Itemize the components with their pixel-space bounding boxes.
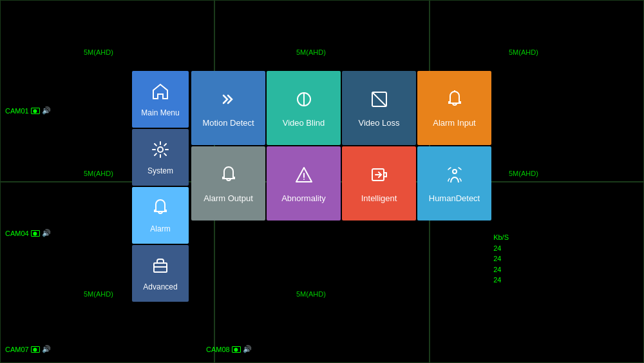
svg-point-9	[303, 179, 305, 180]
sidebar: Main Menu System Alarm	[132, 71, 189, 302]
gear-icon	[150, 139, 171, 162]
resolution-mid1: 5M(AHD)	[84, 170, 113, 177]
video-blind-label: Video Blind	[283, 118, 325, 128]
cam07-record-icon: ⬤	[31, 346, 40, 353]
home-icon	[150, 81, 171, 104]
menu-intelligent[interactable]: Intelligent	[342, 146, 416, 221]
svg-point-0	[158, 147, 163, 152]
video-loss-icon	[369, 89, 390, 113]
kbs-label: Kb/S	[493, 232, 509, 243]
cam08-label: CAM08 ⬤ 🔊	[206, 345, 252, 353]
cam01-audio-icon: 🔊	[42, 106, 51, 115]
kbs-val3: 24	[493, 264, 509, 275]
menu-motion-detect[interactable]: Motion Detect	[191, 71, 265, 145]
video-blind-icon	[294, 89, 314, 113]
cam08-audio-icon: 🔊	[243, 345, 252, 353]
human-detect-icon	[444, 164, 465, 188]
cam04-audio-icon: 🔊	[42, 229, 51, 237]
video-loss-label: Video Loss	[358, 118, 399, 128]
human-detect-label: HumanDetect	[429, 193, 480, 203]
kbs-val1: 24	[493, 243, 509, 254]
svg-point-12	[453, 170, 457, 173]
bell-icon	[150, 197, 171, 221]
alarm-output-icon	[218, 164, 239, 188]
alarm-output-label: Alarm Output	[204, 193, 253, 203]
resolution-bot1: 5M(AHD)	[84, 290, 113, 298]
system-label: System	[147, 166, 173, 175]
menu-video-blind[interactable]: Video Blind	[267, 71, 341, 145]
kbs-panel: Kb/S 24 24 24 24	[493, 232, 509, 286]
sidebar-alarm[interactable]: Alarm	[132, 187, 189, 244]
main-menu-label: Main Menu	[141, 108, 179, 117]
cam07-audio-icon: 🔊	[42, 345, 51, 353]
menu-grid: Motion Detect Video Blind Video Loss	[191, 71, 491, 302]
cam08-record-icon: ⬤	[232, 346, 241, 353]
advanced-label: Advanced	[143, 282, 177, 291]
alarm-input-icon	[444, 89, 465, 113]
alarm-input-label: Alarm Input	[433, 118, 475, 128]
abnormality-icon	[294, 164, 314, 188]
intelligent-icon	[369, 164, 390, 188]
resolution-mid2: 5M(AHD)	[509, 170, 538, 177]
main-overlay: Main Menu System Alarm	[132, 71, 491, 302]
menu-video-loss[interactable]: Video Loss	[342, 71, 416, 145]
resolution-top3: 5M(AHD)	[509, 48, 538, 56]
sidebar-system[interactable]: System	[132, 129, 189, 186]
resolution-top1: 5M(AHD)	[84, 48, 113, 56]
menu-abnormality[interactable]: Abnormality	[267, 146, 341, 221]
kbs-val4: 24	[493, 275, 509, 286]
cam04-label: CAM04 ⬤ 🔊	[5, 229, 51, 237]
cam04-record-icon: ⬤	[31, 230, 40, 237]
sidebar-advanced[interactable]: Advanced	[132, 245, 189, 302]
cam01-record-icon: ⬤	[31, 108, 40, 114]
cam07-label: CAM07 ⬤ 🔊	[5, 345, 51, 353]
sidebar-main-menu[interactable]: Main Menu	[132, 71, 189, 128]
bag-icon	[150, 255, 171, 279]
resolution-top2: 5M(AHD)	[296, 48, 326, 56]
motion-detect-label: Motion Detect	[202, 118, 254, 128]
cam01-label: CAM01 ⬤ 🔊	[5, 106, 51, 115]
menu-alarm-input[interactable]: Alarm Input	[417, 71, 491, 145]
motion-detect-icon	[218, 89, 239, 113]
svg-line-6	[372, 92, 386, 106]
kbs-val2: 24	[493, 253, 509, 264]
abnormality-label: Abnormality	[281, 193, 326, 203]
menu-alarm-output[interactable]: Alarm Output	[191, 146, 265, 221]
intelligent-label: Intelligent	[361, 193, 397, 203]
menu-human-detect[interactable]: HumanDetect	[417, 146, 491, 221]
alarm-label: Alarm	[150, 224, 170, 233]
